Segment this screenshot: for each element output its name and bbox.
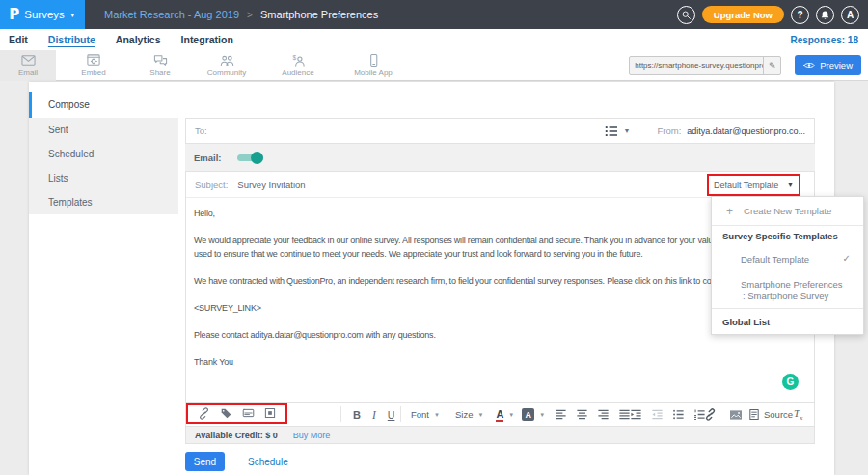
menu-item-global-list[interactable]: Global List [712, 309, 863, 334]
menu-item-smartphone-preferences[interactable]: Smartphone Preferences : Smartphone Surv… [712, 272, 863, 308]
topbar-actions: Upgrade Now ? A [677, 6, 859, 24]
breadcrumb-folder[interactable]: Market Research - Aug 2019 [104, 9, 239, 20]
channel-audience[interactable]: $ Audience [264, 50, 332, 81]
insert-tag-button[interactable] [220, 407, 232, 420]
channel-label: Embed [81, 69, 105, 77]
indent-button[interactable] [630, 408, 642, 421]
product-name: Surveys [24, 9, 65, 20]
breadcrumb-survey-title: Smartphone Preferences [260, 9, 378, 20]
responses-count[interactable]: Responses: 18 [790, 35, 858, 45]
preview-button[interactable]: Preview [795, 55, 861, 75]
insert-link-button[interactable] [704, 408, 717, 421]
buy-more-link[interactable]: Buy More [293, 431, 331, 440]
account-avatar[interactable]: A [841, 6, 859, 24]
template-dropdown-menu: + Create New Template Survey Specific Te… [711, 196, 864, 335]
questionpro-app: P Surveys ▼ Market Research - Aug 2019 >… [0, 0, 868, 475]
chevron-down-icon: ▼ [69, 12, 76, 18]
tab-distribute[interactable]: Distribute [48, 34, 95, 45]
remove-format-group: Tx [794, 403, 802, 427]
font-group: Font ▼ Size ▼ A ▼ [411, 403, 545, 427]
schedule-link[interactable]: Schedule [248, 457, 288, 467]
channel-email[interactable]: Email [0, 50, 56, 81]
product-switcher[interactable]: P Surveys ▼ [0, 0, 85, 29]
insert-button-button[interactable] [264, 407, 276, 419]
remove-format-icon: Tx [794, 407, 802, 422]
channel-label: Mobile App [354, 69, 393, 77]
from-email[interactable]: aditya.datar@questionpro.co... [687, 126, 805, 136]
notifications-button[interactable] [816, 6, 834, 24]
source-button[interactable]: Source [748, 408, 793, 421]
menu-item-default-template[interactable]: Default Template ✓ [712, 245, 863, 272]
source-group: Source [748, 403, 793, 427]
search-button[interactable] [677, 6, 695, 24]
tab-integration[interactable]: Integration [181, 34, 233, 45]
align-right-icon [597, 408, 610, 421]
remove-format-button[interactable]: Tx [794, 407, 802, 422]
button-icon [264, 407, 276, 419]
plus-icon: + [726, 205, 733, 218]
email-toggle[interactable] [237, 152, 263, 164]
align-right-button[interactable] [597, 408, 610, 421]
toolbar-divider [340, 406, 341, 422]
link-icon [198, 407, 210, 420]
send-button[interactable]: Send [185, 452, 225, 471]
chevron-down-icon: ▼ [477, 412, 483, 418]
email-toggle-label: Email: [194, 153, 222, 163]
channel-mobile-app[interactable]: Mobile App [332, 50, 415, 81]
sidebar-item-lists[interactable]: Lists [29, 166, 178, 190]
create-new-template-item[interactable]: + Create New Template [712, 197, 863, 225]
channel-label: Audience [282, 69, 313, 77]
sidebar-item-compose[interactable]: Compose [29, 92, 178, 118]
font-dropdown[interactable]: Font ▼ [411, 409, 440, 420]
align-center-button[interactable] [576, 408, 588, 421]
insert-image-button[interactable] [729, 409, 743, 421]
subject-value[interactable]: Survey Invitation [237, 180, 305, 190]
survey-url-box: https://smartphone-survey.questionpro...… [629, 56, 781, 75]
eye-icon [803, 61, 815, 70]
sidebar-item-templates[interactable]: Templates [29, 190, 178, 214]
insert-group [704, 403, 743, 427]
grammarly-icon[interactable]: G [782, 374, 799, 390]
select-list-icon[interactable] [605, 126, 618, 137]
list-caret-icon[interactable]: ▼ [624, 127, 631, 134]
underline-button[interactable]: U [388, 409, 395, 421]
to-row: To: ▼ From: aditya.datar@questionpro.co.… [185, 118, 815, 144]
mail-merge-icon [242, 408, 255, 418]
preview-label: Preview [820, 60, 853, 70]
email-toggle-row: Email: [185, 144, 815, 171]
template-dropdown[interactable]: Default Template ▼ [707, 174, 800, 196]
size-dropdown[interactable]: Size ▼ [455, 409, 483, 420]
insert-survey-link-button[interactable] [198, 407, 210, 420]
tab-edit[interactable]: Edit [9, 34, 28, 45]
survey-url[interactable]: https://smartphone-survey.questionpro... [630, 61, 763, 70]
bulleted-list-button[interactable] [672, 408, 685, 421]
sidebar-item-scheduled[interactable]: Scheduled [29, 142, 178, 166]
upgrade-now-button[interactable]: Upgrade Now [702, 6, 784, 23]
channel-share[interactable]: Share [131, 50, 189, 81]
channel-embed[interactable]: Embed [56, 50, 131, 81]
top-bar: P Surveys ▼ Market Research - Aug 2019 >… [0, 0, 868, 29]
help-button[interactable]: ? [791, 6, 809, 24]
tag-icon [220, 407, 232, 420]
align-left-button[interactable] [555, 408, 567, 421]
text-color-button[interactable]: A ▼ [496, 408, 514, 422]
breadcrumb-separator-icon: > [247, 10, 253, 20]
italic-button[interactable]: I [372, 409, 376, 421]
tab-analytics[interactable]: Analytics [116, 34, 161, 45]
edit-url-button[interactable]: ✎ [763, 57, 780, 74]
search-icon [681, 10, 692, 20]
insert-email-merge-button[interactable] [242, 408, 255, 418]
toolbar-divider [400, 406, 401, 422]
email-icon [20, 53, 37, 68]
bold-button[interactable]: B [353, 409, 361, 421]
outdent-button[interactable] [651, 408, 664, 421]
image-icon [729, 409, 743, 421]
distribute-channel-bar: Email Embed Share Community $ Audience [0, 50, 868, 81]
channel-community[interactable]: Community [189, 50, 264, 81]
channel-label: Email [18, 69, 38, 77]
background-color-button[interactable]: A ▼ [522, 408, 545, 421]
from-label: From: [657, 126, 681, 136]
sidebar-item-sent[interactable]: Sent [29, 118, 178, 142]
bulleted-list-icon [672, 408, 685, 421]
credit-bar: Available Credit: $ 0 Buy More [186, 426, 814, 443]
